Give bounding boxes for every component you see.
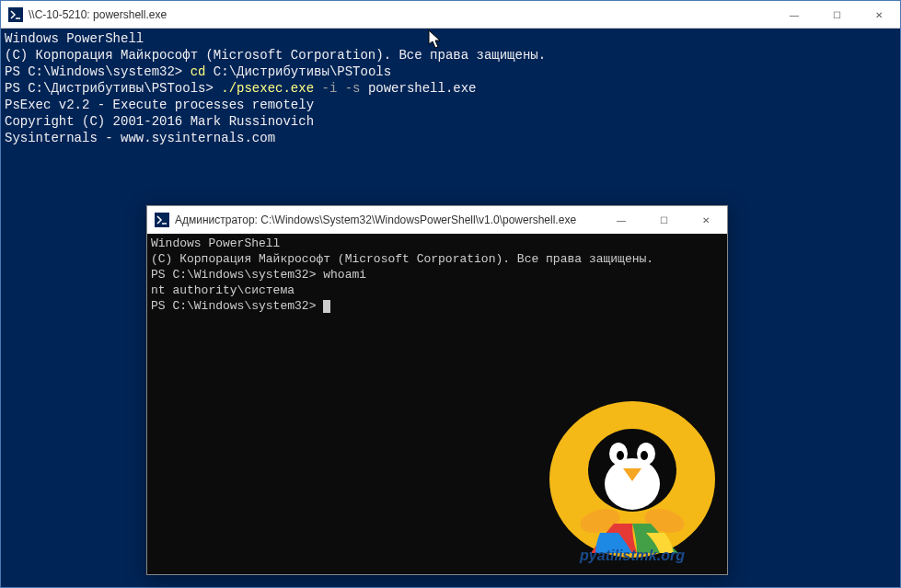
inner-terminal-content[interactable]: Windows PowerShell (C) Корпорация Майкро… (147, 234, 727, 574)
inner-window-title: Администратор: C:\Windows\System32\Windo… (175, 213, 600, 226)
cursor-block (323, 300, 330, 313)
terminal-prompt-line: PS C:\Windows\system32> whoami (151, 267, 723, 282)
svg-point-5 (617, 451, 624, 460)
outer-titlebar[interactable]: \\C-10-5210: powershell.exe — ☐ ✕ (1, 1, 900, 29)
watermark-logo: pyatilistmk.org (545, 397, 720, 567)
svg-point-6 (641, 451, 648, 460)
maximize-button[interactable]: ☐ (815, 1, 858, 29)
close-button[interactable]: ✕ (685, 206, 727, 234)
powershell-icon (8, 7, 23, 22)
terminal-line: Windows PowerShell (151, 236, 723, 251)
inner-window-controls: — ☐ ✕ (600, 206, 727, 234)
svg-point-2 (605, 458, 660, 510)
inner-titlebar[interactable]: Администратор: C:\Windows\System32\Windo… (147, 206, 727, 234)
terminal-line: Windows PowerShell (5, 30, 896, 47)
terminal-prompt-line: PS C:\Windows\system32> (151, 298, 723, 314)
terminal-line: (С) Корпорация Майкрософт (Microsoft Cor… (5, 47, 896, 63)
minimize-button[interactable]: — (600, 206, 642, 234)
terminal-line: Copyright (C) 2001-2016 Mark Russinovich (5, 113, 896, 130)
terminal-prompt-line: PS C:\Windows\system32> cd C:\Дистрибути… (5, 63, 896, 80)
inner-powershell-window: Администратор: C:\Windows\System32\Windo… (146, 205, 728, 575)
outer-window-title: \\C-10-5210: powershell.exe (29, 8, 773, 21)
outer-window-controls: — ☐ ✕ (773, 1, 900, 28)
terminal-line: (C) Корпорация Майкрософт (Microsoft Cor… (151, 251, 723, 267)
maximize-button[interactable]: ☐ (642, 206, 685, 234)
minimize-button[interactable]: — (773, 1, 815, 29)
terminal-line: Sysinternals - www.sysinternals.com (5, 130, 896, 146)
powershell-icon (155, 213, 169, 227)
terminal-prompt-line: PS C:\Дистрибутивы\PSTools> ./psexec.exe… (5, 80, 896, 97)
close-button[interactable]: ✕ (858, 1, 900, 29)
terminal-line: PsExec v2.2 - Execute processes remotely (5, 97, 896, 113)
terminal-line: nt authority\система (151, 282, 723, 298)
watermark-text: pyatilistmk.org (579, 548, 685, 563)
